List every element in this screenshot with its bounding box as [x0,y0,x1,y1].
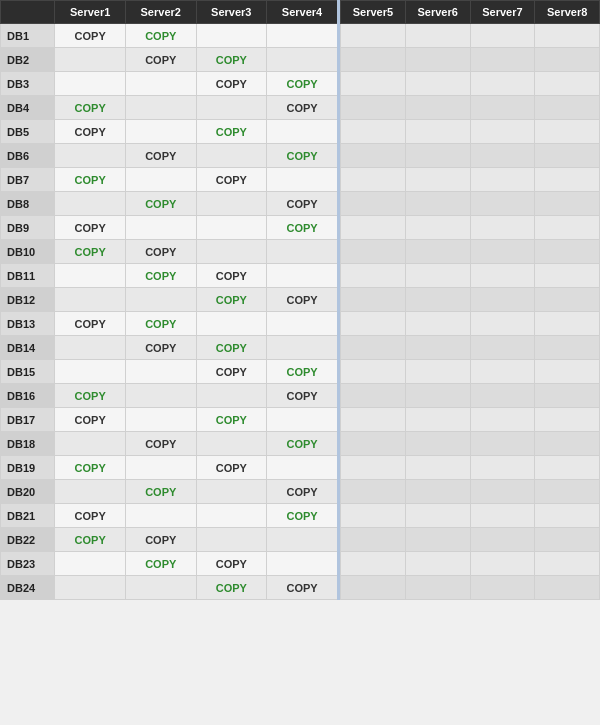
empty-cell [405,168,470,192]
db-label: DB10 [1,240,55,264]
copy-cell [125,456,196,480]
copy-text: COPY [75,414,106,426]
empty-cell [535,576,600,600]
copy-text: COPY [145,486,176,498]
copy-cell: COPY [125,432,196,456]
empty-cell [341,288,406,312]
empty-cell [470,432,535,456]
copy-text: COPY [286,102,317,114]
copy-cell: COPY [196,264,267,288]
copy-text: COPY [216,558,247,570]
copy-text: COPY [145,534,176,546]
copy-cell: COPY [196,120,267,144]
copy-cell [196,528,267,552]
db-label: DB12 [1,288,55,312]
copy-cell: COPY [267,144,339,168]
copy-cell [125,504,196,528]
empty-cell [470,240,535,264]
copy-cell [196,432,267,456]
empty-cell [535,504,600,528]
copy-text: COPY [75,222,106,234]
db-label: DB9 [1,216,55,240]
copy-text: COPY [286,486,317,498]
copy-cell: COPY [125,480,196,504]
copy-text: COPY [145,150,176,162]
empty-cell [341,576,406,600]
empty-cell [470,384,535,408]
empty-cell [405,216,470,240]
copy-text: COPY [286,294,317,306]
copy-cell [196,144,267,168]
empty-cell [535,96,600,120]
copy-cell: COPY [267,432,339,456]
copy-cell: COPY [267,288,339,312]
copy-cell: COPY [196,576,267,600]
empty-cell [341,552,406,576]
copy-text: COPY [75,174,106,186]
db-label: DB2 [1,48,55,72]
empty-cell [535,264,600,288]
copy-cell: COPY [125,240,196,264]
copy-cell [267,552,339,576]
empty-cell [341,432,406,456]
copy-cell: COPY [125,336,196,360]
empty-cell [535,360,600,384]
empty-cell [341,96,406,120]
empty-cell [405,144,470,168]
copy-cell [125,120,196,144]
empty-cell [341,312,406,336]
copy-cell: COPY [196,360,267,384]
empty-cell [405,408,470,432]
empty-cell [341,72,406,96]
copy-cell: COPY [125,192,196,216]
db-label: DB3 [1,72,55,96]
empty-cell [535,48,600,72]
empty-cell [535,528,600,552]
copy-cell [267,24,339,48]
copy-cell: COPY [55,120,126,144]
empty-cell [535,552,600,576]
copy-text: COPY [216,78,247,90]
copy-cell: COPY [55,24,126,48]
copy-cell: COPY [55,216,126,240]
empty-cell [470,216,535,240]
db-label: DB8 [1,192,55,216]
copy-text: COPY [75,318,106,330]
server1-header: Server1 [55,1,126,24]
copy-cell: COPY [267,96,339,120]
copy-cell: COPY [55,384,126,408]
db-label: DB7 [1,168,55,192]
empty-cell [341,408,406,432]
empty-cell [470,96,535,120]
copy-text: COPY [286,366,317,378]
empty-cell [405,192,470,216]
db-label: DB13 [1,312,55,336]
empty-cell [341,240,406,264]
copy-cell: COPY [267,360,339,384]
empty-cell [470,360,535,384]
copy-cell: COPY [267,576,339,600]
empty-cell [405,528,470,552]
copy-cell: COPY [55,408,126,432]
copy-cell [196,216,267,240]
server4-header: Server4 [267,1,339,24]
copy-text: COPY [75,390,106,402]
empty-cell [470,336,535,360]
copy-cell: COPY [267,72,339,96]
copy-cell [267,264,339,288]
copy-cell [196,384,267,408]
empty-cell [405,96,470,120]
db-label: DB6 [1,144,55,168]
copy-cell: COPY [55,240,126,264]
empty-cell [405,240,470,264]
copy-cell [125,360,196,384]
copy-cell: COPY [196,288,267,312]
copy-cell: COPY [196,48,267,72]
copy-cell [196,480,267,504]
copy-text: COPY [216,462,247,474]
db-label: DB17 [1,408,55,432]
empty-cell [535,312,600,336]
copy-cell [125,384,196,408]
copy-cell [55,432,126,456]
copy-cell [55,192,126,216]
